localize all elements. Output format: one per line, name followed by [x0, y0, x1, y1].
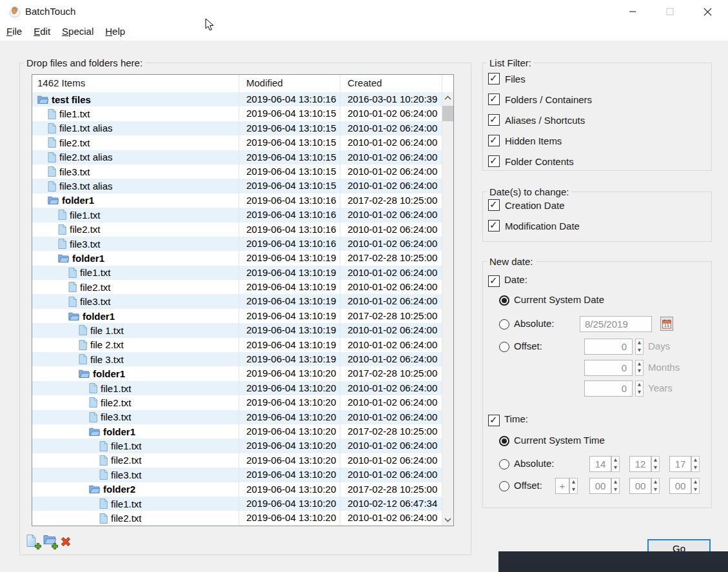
table-row[interactable]: file3.txt2019-06-04 13:10:202010-01-02 0…: [32, 468, 442, 482]
table-row[interactable]: folder12019-06-04 13:10:202017-02-28 10:…: [32, 366, 442, 380]
spinner[interactable]: ▲▼: [569, 478, 578, 494]
table-row[interactable]: file3.txt alias2019-06-04 13:10:152010-0…: [32, 179, 442, 193]
radio-offset-time[interactable]: [499, 481, 509, 491]
scroll-up-icon[interactable]: [442, 92, 453, 103]
table-row[interactable]: file2.txt alias2019-06-04 13:10:152010-0…: [32, 150, 442, 164]
column-items[interactable]: 1462 Items: [37, 75, 85, 92]
table-row[interactable]: file2.txt2019-06-04 13:10:162010-01-02 0…: [32, 222, 442, 237]
spinner-up-icon[interactable]: ▲: [652, 478, 659, 486]
table-row[interactable]: file2.txt2019-06-04 13:10:202010-01-02 0…: [32, 453, 442, 468]
table-row[interactable]: file 1.txt2019-06-04 13:10:192010-01-02 …: [32, 323, 442, 337]
table-row[interactable]: file3.txt2019-06-04 13:10:202010-01-02 0…: [32, 410, 442, 424]
filter-checkbox-hidden-items[interactable]: [488, 135, 500, 146]
spinner[interactable]: ▲▼: [691, 478, 700, 494]
table-row[interactable]: test files2019-06-04 13:10:162016-03-01 …: [32, 92, 442, 106]
table-row[interactable]: file2.txt2019-06-04 13:10:152010-01-02 0…: [32, 135, 442, 150]
spinner[interactable]: ▲▼: [651, 478, 660, 494]
dates-checkbox-modification-date[interactable]: [488, 220, 500, 232]
spinner-down-icon[interactable]: ▼: [612, 464, 619, 472]
offset-months-field[interactable]: 0: [584, 360, 633, 376]
absolute-time-field-0[interactable]: 14: [589, 456, 611, 472]
offset-time-field-0[interactable]: 00: [589, 478, 611, 494]
remove-icon[interactable]: [60, 535, 74, 550]
spinner-down-icon[interactable]: ▼: [636, 347, 643, 355]
spinner-up-icon[interactable]: ▲: [636, 381, 643, 389]
offset-time-field-2[interactable]: 00: [669, 478, 691, 494]
table-row[interactable]: file1.txt2019-06-04 13:10:202010-01-02 0…: [32, 381, 442, 395]
table-row[interactable]: file2.txt2019-06-04 13:10:202010-01-02 0…: [32, 395, 442, 409]
spinner[interactable]: ▲▼: [635, 380, 644, 397]
table-row[interactable]: file1.txt2019-06-04 13:10:162010-01-02 0…: [32, 208, 442, 222]
date-checkbox[interactable]: [488, 275, 500, 287]
filter-checkbox-files[interactable]: [488, 73, 500, 84]
absolute-time-field-1[interactable]: 12: [629, 456, 651, 472]
vertical-scrollbar[interactable]: [442, 92, 453, 526]
scrollbar-thumb[interactable]: [442, 106, 453, 121]
spinner-down-icon[interactable]: ▼: [652, 486, 659, 494]
spinner[interactable]: ▲▼: [635, 339, 644, 355]
table-row[interactable]: file2.txt2019-06-04 13:10:192010-01-02 0…: [32, 280, 442, 294]
calendar-icon[interactable]: 15: [660, 317, 673, 331]
radio-current-system-date[interactable]: [499, 295, 509, 306]
table-row[interactable]: file1.txt alias2019-06-04 13:10:152010-0…: [32, 121, 442, 135]
menu-file[interactable]: File: [5, 25, 28, 39]
table-row[interactable]: folder12019-06-04 13:10:202017-02-28 10:…: [32, 424, 442, 439]
filter-checkbox-folder-contents[interactable]: [488, 155, 500, 167]
radio-absolute-date[interactable]: [499, 319, 509, 330]
offset-sign-field[interactable]: +: [555, 478, 569, 494]
spinner[interactable]: ▲▼: [691, 456, 700, 472]
spinner-down-icon[interactable]: ▼: [570, 486, 577, 494]
dates-checkbox-creation-date[interactable]: [488, 199, 500, 211]
spinner-up-icon[interactable]: ▲: [636, 360, 643, 368]
spinner-up-icon[interactable]: ▲: [692, 478, 699, 486]
spinner-up-icon[interactable]: ▲: [652, 457, 659, 464]
table-row[interactable]: file1.txt2019-06-04 13:10:202010-01-02 0…: [32, 439, 442, 453]
spinner-up-icon[interactable]: ▲: [692, 457, 699, 464]
table-row[interactable]: file1.txt2019-06-04 13:10:152010-01-02 0…: [32, 106, 442, 121]
column-created[interactable]: Created: [348, 75, 382, 92]
offset-time-field-1[interactable]: 00: [629, 478, 651, 494]
table-row[interactable]: folder12019-06-04 13:10:162017-02-28 10:…: [32, 193, 442, 208]
spinner-up-icon[interactable]: ▲: [570, 478, 577, 486]
add-folder-icon[interactable]: [43, 535, 57, 549]
spinner-up-icon[interactable]: ▲: [612, 478, 619, 486]
menu-help[interactable]: Help: [104, 25, 132, 39]
filter-checkbox-aliases-shortcuts[interactable]: [488, 114, 500, 126]
offset-days-field[interactable]: 0: [584, 339, 633, 355]
column-modified[interactable]: Modified: [246, 75, 283, 92]
spinner-up-icon[interactable]: ▲: [612, 457, 619, 464]
filter-checkbox-folders-containers[interactable]: [488, 94, 500, 105]
spinner-down-icon[interactable]: ▼: [692, 464, 699, 472]
add-file-icon[interactable]: [26, 535, 41, 549]
close-button[interactable]: [689, 0, 726, 23]
table-row[interactable]: folder12019-06-04 13:10:192017-02-28 10:…: [32, 309, 442, 323]
absolute-time-field-2[interactable]: 17: [669, 456, 691, 472]
offset-years-field[interactable]: 0: [584, 380, 633, 397]
spinner[interactable]: ▲▼: [611, 478, 620, 494]
spinner-down-icon[interactable]: ▼: [692, 486, 699, 494]
table-row[interactable]: file1.txt2019-06-04 13:10:202010-02-12 0…: [32, 497, 442, 511]
spinner-down-icon[interactable]: ▼: [612, 486, 619, 494]
table-row[interactable]: folder12019-06-04 13:10:192017-02-28 10:…: [32, 251, 442, 265]
table-row[interactable]: file 3.txt2019-06-04 13:10:192010-01-02 …: [32, 352, 442, 366]
table-row[interactable]: file3.txt2019-06-04 13:10:192010-01-02 0…: [32, 294, 442, 308]
radio-current-system-time[interactable]: [499, 436, 509, 446]
spinner[interactable]: ▲▼: [635, 360, 644, 376]
spinner[interactable]: ▲▼: [651, 456, 660, 472]
spinner-down-icon[interactable]: ▼: [636, 368, 643, 375]
scroll-down-icon[interactable]: [442, 515, 453, 526]
table-row[interactable]: file3.txt2019-06-04 13:10:162010-01-02 0…: [32, 237, 442, 251]
table-row[interactable]: file 2.txt2019-06-04 13:10:192010-01-02 …: [32, 338, 442, 352]
spinner[interactable]: ▲▼: [611, 456, 620, 472]
menu-edit[interactable]: Edit: [32, 25, 57, 39]
menu-special[interactable]: Special: [61, 25, 100, 39]
absolute-date-field[interactable]: 8/25/2019: [580, 316, 652, 332]
radio-absolute-time[interactable]: [499, 459, 509, 469]
spinner-down-icon[interactable]: ▼: [636, 389, 643, 397]
table-row[interactable]: file1.txt2019-06-04 13:10:192010-01-02 0…: [32, 266, 442, 280]
table-row[interactable]: file3.txt2019-06-04 13:10:152010-01-02 0…: [32, 164, 442, 179]
spinner-down-icon[interactable]: ▼: [652, 464, 659, 472]
table-row[interactable]: folder22019-06-04 13:10:202017-02-28 10:…: [32, 482, 442, 497]
table-row[interactable]: file2.txt2019-06-04 13:10:202010-01-02 0…: [32, 511, 442, 525]
spinner-up-icon[interactable]: ▲: [636, 339, 643, 347]
